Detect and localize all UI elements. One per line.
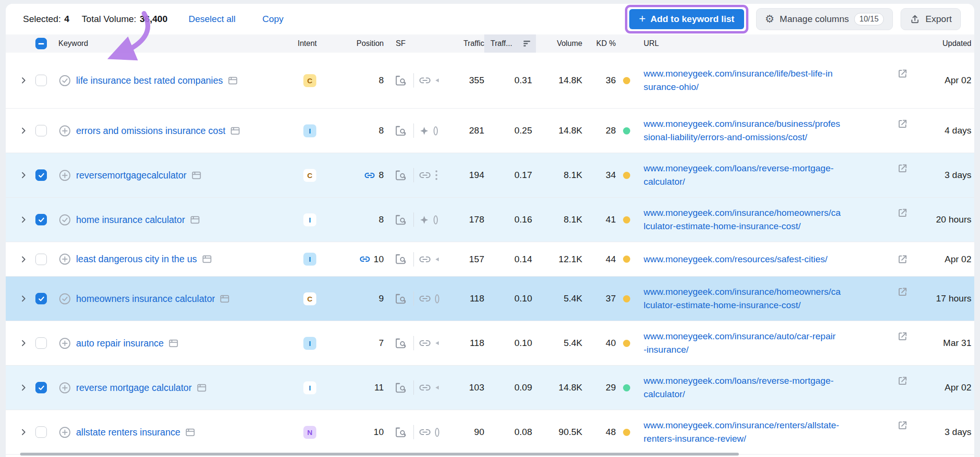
row-checkbox[interactable] (35, 426, 47, 438)
keyword-in-list-icon[interactable] (58, 213, 71, 226)
external-link-icon[interactable] (897, 286, 908, 298)
serp-preview-icon[interactable] (190, 215, 200, 224)
serp-preview-icon[interactable] (185, 428, 195, 437)
header-kd[interactable]: KD % (585, 39, 619, 48)
select-all-checkbox[interactable] (35, 38, 47, 49)
row-checkbox[interactable] (35, 382, 47, 393)
header-position[interactable]: Position (325, 39, 389, 48)
external-link-cell (894, 207, 911, 219)
url-link[interactable]: www.moneygeek.com/resources/safest-citie… (644, 253, 827, 266)
keyword-link[interactable]: least dangerous city in the us (76, 254, 197, 265)
serp-preview-icon[interactable] (220, 294, 230, 303)
add-keyword-icon[interactable] (58, 426, 71, 439)
selected-count-value: 4 (64, 14, 69, 24)
keyword-link[interactable]: allstate renters insurance (76, 427, 180, 438)
expand-row-button[interactable] (19, 76, 35, 85)
header-traffic[interactable]: Traffic (456, 39, 484, 48)
serp-preview-icon[interactable] (168, 339, 178, 348)
add-keyword-icon[interactable] (58, 337, 71, 350)
expand-row-button[interactable] (19, 171, 35, 179)
header-checkbox-cell (35, 38, 58, 49)
serp-features-cell (389, 425, 456, 439)
serp-features-preview-icon[interactable] (395, 125, 408, 137)
external-link-icon[interactable] (897, 207, 908, 219)
serp-preview-icon[interactable] (202, 255, 212, 264)
row-checkbox[interactable] (35, 254, 47, 265)
expand-row-button[interactable] (19, 255, 35, 264)
external-link-icon[interactable] (897, 118, 908, 130)
intent-badge: I (303, 213, 316, 226)
horizontal-scrollbar[interactable] (20, 453, 739, 456)
serp-features-preview-icon[interactable] (395, 337, 408, 349)
header-updated[interactable]: Updated (911, 39, 971, 48)
serp-features-preview-icon[interactable] (395, 253, 408, 265)
add-keyword-icon[interactable] (58, 381, 71, 394)
expand-row-button[interactable] (19, 383, 35, 392)
deselect-all-link[interactable]: Deselect all (189, 14, 235, 24)
keyword-in-list-icon[interactable] (58, 74, 71, 87)
keyword-link[interactable]: errors and omissions insurance cost (76, 125, 225, 136)
add-to-keyword-list-button[interactable]: + Add to keyword list (629, 9, 744, 29)
header-keyword[interactable]: Keyword (58, 39, 298, 48)
serp-preview-icon[interactable] (228, 76, 238, 85)
url-link[interactable]: www.moneygeek.com/insurance/business/pro… (644, 117, 840, 144)
expand-row-button[interactable] (19, 428, 35, 436)
row-checkbox[interactable] (35, 125, 47, 136)
url-link[interactable]: www.moneygeek.com/loans/reverse-mortgage… (644, 374, 834, 401)
position-cell: 11 (325, 382, 389, 393)
url-link[interactable]: www.moneygeek.com/loans/reverse-mortgage… (644, 162, 834, 189)
keyword-in-list-icon[interactable] (58, 292, 71, 305)
serp-features-preview-icon[interactable] (395, 214, 408, 226)
serp-features-preview-icon[interactable] (395, 426, 408, 438)
url-link[interactable]: www.moneygeek.com/insurance/homeowners/c… (644, 285, 841, 312)
manage-columns-button[interactable]: ⚙ Manage columns 10/15 (756, 8, 893, 30)
url-link[interactable]: www.moneygeek.com/insurance/renters/alls… (644, 419, 839, 446)
position-value: 10 (374, 427, 384, 437)
external-link-icon[interactable] (897, 163, 908, 174)
add-keyword-icon[interactable] (58, 124, 71, 137)
external-link-icon[interactable] (897, 375, 908, 387)
serp-preview-icon[interactable] (191, 171, 201, 180)
header-volume[interactable]: Volume (536, 39, 585, 48)
keyword-link[interactable]: reverse mortgage calculator (76, 382, 192, 393)
external-link-icon[interactable] (897, 420, 908, 431)
external-link-cell (894, 118, 911, 130)
row-checkbox[interactable] (35, 214, 47, 225)
row-checkbox[interactable] (35, 75, 47, 86)
serp-preview-icon[interactable] (230, 126, 240, 135)
table-row: least dangerous city in the us I 10 157 … (6, 242, 974, 277)
external-link-icon[interactable] (897, 68, 908, 79)
keyword-link[interactable]: auto repair insurance (76, 338, 164, 349)
row-checkbox-cell (35, 214, 58, 225)
url-link[interactable]: www.moneygeek.com/insurance/homeowners/c… (644, 206, 841, 233)
expand-row-button[interactable] (19, 339, 35, 347)
serp-features-preview-icon[interactable] (395, 382, 408, 394)
copy-link[interactable]: Copy (262, 14, 283, 24)
serp-preview-icon[interactable] (197, 383, 207, 392)
keyword-link[interactable]: homeowners insurance calculator (76, 293, 215, 304)
keyword-link[interactable]: life insurance best rated companies (76, 75, 223, 86)
expand-row-button[interactable] (19, 294, 35, 303)
check-icon (38, 384, 45, 391)
expand-row-button[interactable] (19, 126, 35, 135)
serp-features-preview-icon[interactable] (395, 169, 408, 181)
serp-features-preview-icon[interactable] (395, 293, 408, 305)
intent-cell: I (298, 337, 325, 350)
header-traffic-pct[interactable]: Traff... (484, 34, 536, 53)
keyword-link[interactable]: home insurance calculator (76, 214, 185, 225)
export-button[interactable]: Export (901, 8, 961, 30)
expand-row-button[interactable] (19, 215, 35, 224)
serp-features-preview-icon[interactable] (395, 75, 408, 87)
row-checkbox[interactable] (35, 337, 47, 349)
row-checkbox[interactable] (35, 169, 47, 181)
url-link[interactable]: www.moneygeek.com/insurance/life/best-li… (644, 67, 833, 94)
external-link-icon[interactable] (897, 331, 908, 342)
keyword-link[interactable]: reversemortgagecalculator (76, 170, 187, 181)
external-link-cell (894, 375, 911, 387)
external-link-icon[interactable] (897, 254, 908, 265)
intent-cell: I (298, 253, 325, 266)
row-checkbox[interactable] (35, 293, 47, 304)
add-keyword-icon[interactable] (58, 169, 71, 182)
url-link[interactable]: www.moneygeek.com/insurance/auto/car-rep… (644, 330, 835, 357)
add-keyword-icon[interactable] (58, 253, 71, 266)
